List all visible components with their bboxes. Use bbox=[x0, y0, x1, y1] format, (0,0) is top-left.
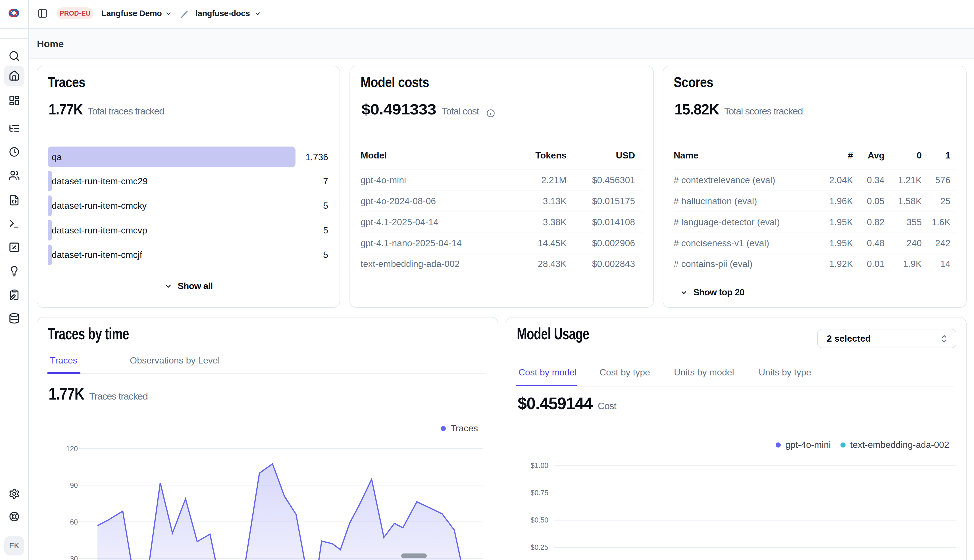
svg-text:120: 120 bbox=[66, 445, 78, 453]
svg-text:60: 60 bbox=[70, 518, 78, 526]
svg-text:90: 90 bbox=[70, 481, 78, 489]
svg-text:30: 30 bbox=[70, 555, 78, 560]
